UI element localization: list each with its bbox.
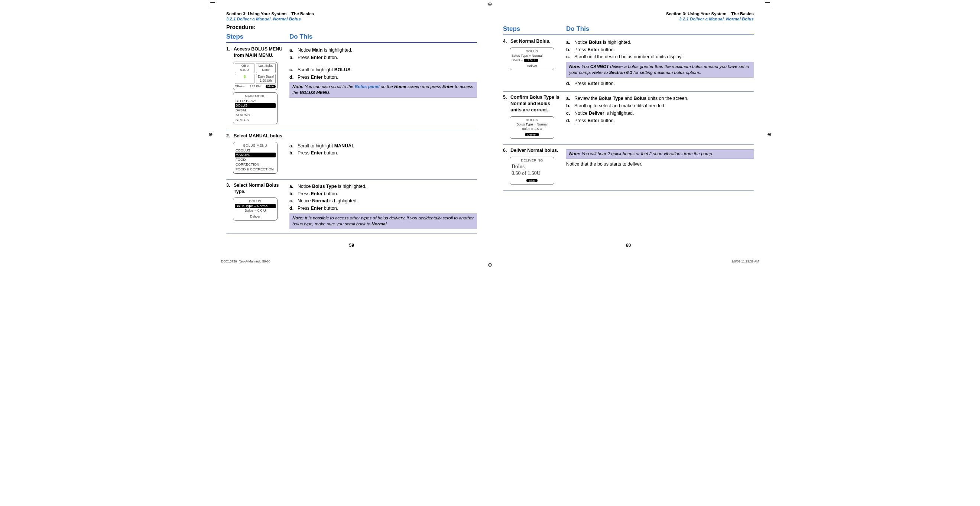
page-60: Section 3: Using Your System – The Basic… [503,11,754,248]
registration-mark-icon: ⊕ [767,131,772,138]
main-pill: Main [266,85,276,89]
step-row: 3. Select Normal Bolus Type. BOLUS Bolus… [226,180,477,233]
substep: c.Scroll to highlight BOLUS. [290,67,477,73]
substep: a.Notice Main is highlighted. [290,47,477,54]
substep: c.Notice Normal is highlighted. [290,198,477,204]
step-number: 3. [226,182,234,189]
substep-list: a.Notice Bolus is highlighted. b.Press E… [566,40,754,60]
section-title: Section 3: Using Your System – The Basic… [503,11,754,16]
substep: a.Scroll to highlight MANUAL. [290,143,477,149]
body-text: Notice that the bolus starts to deliver. [566,161,754,167]
registration-mark-icon: ⊕ [488,261,492,268]
step-title: Select Normal Bolus Type. [234,182,286,195]
substep-list: a.Notice Bolus Type is highlighted. b.Pr… [290,183,477,212]
menu-list: STOP BASAL BOLUS BASAL ALARMS STATUS [235,99,276,122]
page-59: Section 3: Using Your System – The Basic… [226,11,477,248]
substep: b.Press Enter button. [290,55,477,61]
step-row: 2. Select MANUAL bolus. BOLUS MENU QBOLU… [226,130,477,180]
step-number: 1. [226,46,234,52]
substep: b.Press Enter button. [290,150,477,156]
print-sheet: ⊕ ⊕ ⊕ ⊕ Section 3: Using Your System – T… [208,0,772,269]
substep: d.Press Enter button. [290,205,477,212]
page-number: 60 [503,243,754,248]
step-row: 6. Deliver Normal bolus. DELIVERING Bolu… [503,145,754,191]
col-header-do-this: Do This [566,25,754,33]
step-number: 6. [503,148,511,154]
substep-list: d.Press Enter button. [566,81,754,87]
step-row: 1. Access BOLUS MENU from MAIN MENU. IOB… [226,43,477,130]
substep: a.Review the Bolus Type and Bolus units … [566,95,754,102]
device-screen-bolus-menu: BOLUS MENU QBOLUS MANUAL FOOD CORRECTION… [233,142,277,173]
col-header-steps: Steps [503,25,566,33]
section-title: Section 3: Using Your System – The Basic… [226,11,477,16]
running-header: Section 3: Using Your System – The Basic… [503,11,754,22]
subsection-title: 3.2.1 Deliver a Manual, Normal Bolus [226,16,477,22]
device-screen-home: IOB ≥0.00U Last BolusNone 🔋 Daily Basal1… [233,62,277,90]
crop-mark-icon [765,2,770,8]
subsection-title: 3.2.1 Deliver a Manual, Normal Bolus [503,16,754,22]
imprint-file: DOC15736_Rev-A-Man.indd 59-60 [221,260,270,263]
stop-button-icon: Stop [527,179,538,182]
page-spread: Section 3: Using Your System – The Basic… [208,11,772,248]
step-number: 5. [503,94,511,101]
substep: a.Notice Bolus Type is highlighted. [290,183,477,190]
note-box: Note: You can also scroll to the Bolus p… [290,82,477,98]
deliver-button-icon: Deliver [525,133,539,136]
substep: a.Notice Bolus is highlighted. [566,40,754,46]
imprint-timestamp: 2/9/09 11:29:39 AM [732,260,759,263]
step-title: Select MANUAL bolus. [234,133,286,139]
note-box: Note: You will hear 2 quick beeps or fee… [566,149,754,159]
step-row: 5. Confirm Bolus Type is Normal and Bolu… [503,92,754,145]
substep-list: a.Notice Main is highlighted. b.Press En… [290,47,477,61]
substep: c.Scroll until the desired bolus number … [566,54,754,60]
device-screen-main-menu: MAIN MENU STOP BASAL BOLUS BASAL ALARMS … [233,92,277,124]
page-number: 59 [226,243,477,248]
note-box: Note: You CANNOT deliver a bolus greater… [566,62,754,78]
device-screen-group: IOB ≥0.00U Last BolusNone 🔋 Daily Basal1… [233,62,286,124]
step-title: Set Normal Bolus. [511,38,562,44]
device-screen-bolus: BOLUS Bolus Type = Normal Bolus = 1.5 U … [510,48,554,70]
step-title: Deliver Normal bolus. [511,148,562,154]
substep: b.Scroll up to select and make edits if … [566,103,754,109]
running-header: Section 3: Using Your System – The Basic… [226,11,477,22]
battery-icon: 🔋 [243,75,247,78]
step-number: 2. [226,133,234,139]
substep: b.Press Enter button. [290,191,477,197]
step-row: 4. Set Normal Bolus. BOLUS Bolus Type = … [503,36,754,92]
substep-list: a.Review the Bolus Type and Bolus units … [566,95,754,124]
device-screen-delivering: DELIVERING Bolus 0.50 of 1.50U Stop [510,157,554,185]
step-title: Access BOLUS MENU from MAIN MENU. [234,46,286,59]
substep: b.Press Enter button. [566,47,754,53]
step-number: 4. [503,38,511,44]
registration-mark-icon: ⊕ [208,131,213,138]
column-header-row: Steps Do This [226,31,477,43]
substep: d.Press Enter button. [290,74,477,81]
col-header-do-this: Do This [290,33,477,41]
substep: c.Notice Deliver is highlighted. [566,110,754,117]
procedure-heading: Procedure: [226,24,477,31]
device-screen-bolus: BOLUS Bolus Type = Normal Bolus = 1.5 U … [510,116,554,139]
device-screen-bolus: BOLUS Bolus Type = Normal Bolus = 0.0 U … [233,198,277,220]
substep-list: a.Scroll to highlight MANUAL. b.Press En… [290,143,477,157]
column-header-row: Steps Do This [503,24,754,35]
step-title: Confirm Bolus Type is Normal and Bolus u… [511,94,562,113]
substep: d.Press Enter button. [566,118,754,124]
registration-mark-icon: ⊕ [488,1,492,8]
crop-mark-icon [210,2,215,8]
substep: d.Press Enter button. [566,81,754,87]
col-header-steps: Steps [226,33,290,41]
substep-list: c.Scroll to highlight BOLUS. d.Press Ent… [290,67,477,81]
note-box: Note: It is possible to access other typ… [290,214,477,229]
